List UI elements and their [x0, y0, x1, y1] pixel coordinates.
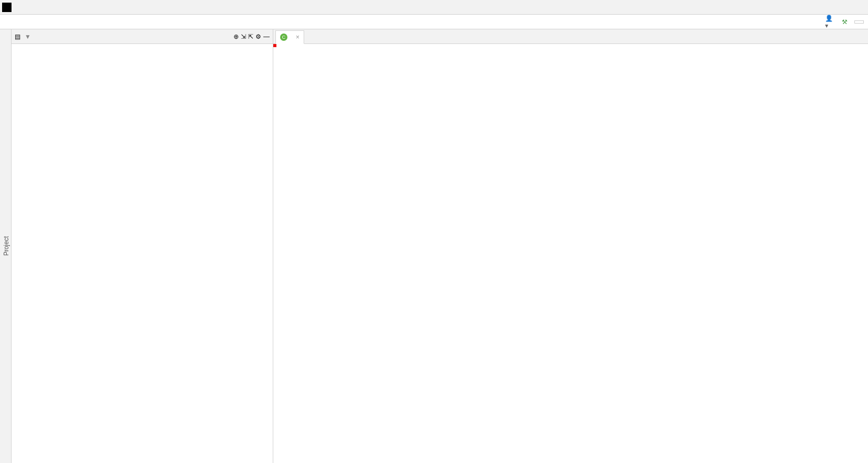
project-tool-button[interactable]: Project: [2, 232, 11, 260]
run-config-selector[interactable]: [854, 20, 864, 24]
select-opened-file-icon[interactable]: ⊕: [233, 33, 239, 40]
project-tree[interactable]: [12, 44, 273, 463]
left-tool-stripe[interactable]: Project Structure: [0, 29, 12, 463]
intellij-logo-icon: [2, 3, 12, 12]
editor-tab[interactable]: C ×: [275, 30, 304, 44]
code-editor[interactable]: [273, 44, 868, 463]
settings-gear-icon[interactable]: ⚙: [255, 33, 261, 40]
editor-tabs: C ×: [273, 29, 868, 44]
hide-icon[interactable]: —: [263, 33, 270, 40]
project-tool-window: ▤ ▼ ⊕ ⇲ ⇱ ⚙ —: [12, 29, 273, 463]
editor-gutter: [273, 44, 310, 463]
close-tab-icon[interactable]: ×: [296, 34, 299, 41]
dropdown-icon[interactable]: ▼: [25, 33, 31, 40]
expand-all-icon[interactable]: ⇲: [241, 33, 246, 40]
build-hammer-icon[interactable]: ⚒: [840, 17, 849, 27]
project-view-icon: ▤: [15, 33, 20, 40]
menu-bar: [0, 0, 868, 15]
code-content[interactable]: [310, 44, 868, 463]
navigation-bar: 👤▾ ⚒: [0, 15, 868, 29]
collapse-all-icon[interactable]: ⇱: [248, 33, 253, 40]
editor-area: C ×: [273, 29, 868, 463]
user-icon[interactable]: 👤▾: [825, 17, 834, 27]
java-class-icon: C: [280, 34, 287, 41]
